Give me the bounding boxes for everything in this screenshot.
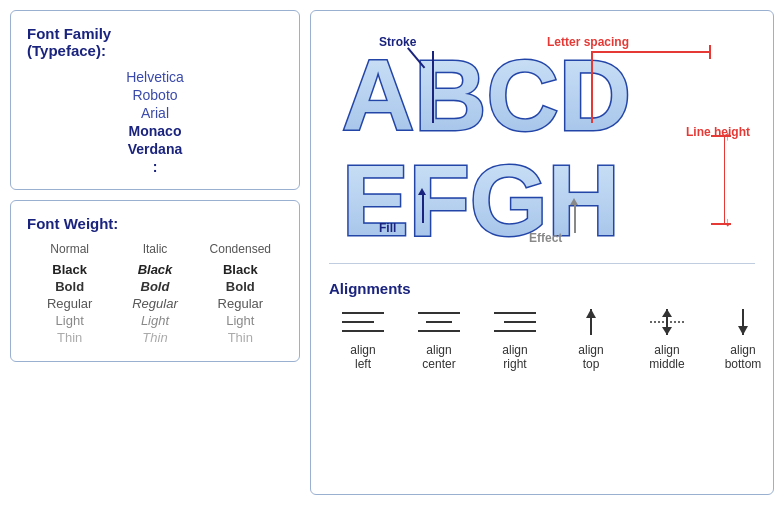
ls-hline [591, 51, 711, 53]
svg-marker-12 [586, 309, 596, 318]
normal-black: Black [30, 262, 110, 277]
align-middle-icon [642, 305, 692, 339]
align-top-icon [566, 305, 616, 339]
font-weight-card: Font Weight: Normal Italic Condensed Bla… [10, 200, 300, 362]
font-roboto: Roboto [132, 87, 177, 103]
italic-light: Light [115, 313, 195, 328]
italic-bold: Bold [115, 279, 195, 294]
annotation-fill: Fill [379, 221, 396, 235]
right-panel: ABCD EFGH Stroke Letter spacing Line hei… [310, 10, 774, 495]
weight-header-row: Normal Italic Condensed [27, 242, 283, 256]
condensed-bold: Bold [200, 279, 280, 294]
align-left-item: alignleft [329, 305, 397, 372]
svg-marker-15 [662, 327, 672, 335]
font-ellipsis: : [153, 159, 158, 175]
condensed-black: Black [200, 262, 280, 277]
align-right-icon [490, 305, 540, 339]
annotation-line-height: Line height [686, 125, 750, 139]
font-weight-title: Font Weight: [27, 215, 283, 232]
normal-thin: Thin [30, 330, 110, 345]
svg-marker-18 [738, 326, 748, 335]
lh-down-arrow-icon: ↓ [725, 215, 732, 228]
lh-bot-tick [711, 223, 731, 225]
align-bottom-item: alignbottom [709, 305, 774, 372]
header-italic: Italic [115, 242, 195, 256]
left-column: Font Family(Typeface): Helvetica Roboto … [10, 10, 300, 495]
font-monaco: Monaco [129, 123, 182, 139]
font-family-card: Font Family(Typeface): Helvetica Roboto … [10, 10, 300, 190]
ls-right-tick [709, 45, 711, 59]
annotation-stroke: Stroke [379, 35, 416, 49]
font-family-list: Helvetica Roboto Arial Monaco Verdana : [27, 69, 283, 175]
stroke-line [432, 51, 434, 123]
weight-row-regular: Regular Regular Regular [27, 296, 283, 311]
header-normal: Normal [30, 242, 110, 256]
effect-vline [574, 203, 576, 233]
font-family-title: Font Family(Typeface): [27, 25, 283, 59]
italic-black: Black [115, 262, 195, 277]
alignments-row: alignleft aligncenter alignright [329, 305, 755, 372]
weight-row-bold: Bold Bold Bold [27, 279, 283, 294]
svg-marker-14 [662, 309, 672, 317]
lh-top-tick [711, 135, 731, 137]
weight-row-black: Black Black Black [27, 262, 283, 277]
svg-text:ABCD: ABCD [342, 39, 631, 151]
effect-arrow-up [570, 198, 578, 205]
weight-row-thin: Thin Thin Thin [27, 330, 283, 345]
font-arial: Arial [141, 105, 169, 121]
normal-regular: Regular [30, 296, 110, 311]
condensed-thin: Thin [200, 330, 280, 345]
italic-thin: Thin [115, 330, 195, 345]
weight-table: Normal Italic Condensed Black Black Blac… [27, 242, 283, 345]
align-middle-item: alignmiddle [633, 305, 701, 372]
alignments-title: Alignments [329, 280, 755, 297]
align-right-label: alignright [502, 343, 527, 372]
header-condensed: Condensed [200, 242, 280, 256]
condensed-light: Light [200, 313, 280, 328]
fill-arrow-up [418, 188, 426, 195]
lh-vline [724, 135, 726, 223]
annotation-effect: Effect [529, 231, 562, 245]
letters-display-area: ABCD EFGH Stroke Letter spacing Line hei… [329, 25, 755, 255]
align-right-item: alignright [481, 305, 549, 372]
font-helvetica: Helvetica [126, 69, 184, 85]
align-center-label: aligncenter [422, 343, 455, 372]
fill-vline [422, 193, 424, 223]
align-bottom-label: alignbottom [725, 343, 762, 372]
normal-bold: Bold [30, 279, 110, 294]
align-top-label: aligntop [578, 343, 603, 372]
weight-row-light: Light Light Light [27, 313, 283, 328]
align-center-item: aligncenter [405, 305, 473, 372]
align-top-item: aligntop [557, 305, 625, 372]
section-divider [329, 263, 755, 264]
align-left-label: alignleft [350, 343, 375, 372]
font-verdana: Verdana [128, 141, 182, 157]
italic-regular: Regular [115, 296, 195, 311]
alignments-section: Alignments alignleft aligncenter [329, 272, 755, 372]
align-bottom-icon [718, 305, 768, 339]
annotation-letter-spacing: Letter spacing [547, 35, 629, 49]
align-left-icon [338, 305, 388, 339]
align-center-icon [414, 305, 464, 339]
normal-light: Light [30, 313, 110, 328]
align-middle-label: alignmiddle [649, 343, 684, 372]
condensed-regular: Regular [200, 296, 280, 311]
ls-vline [591, 51, 593, 123]
